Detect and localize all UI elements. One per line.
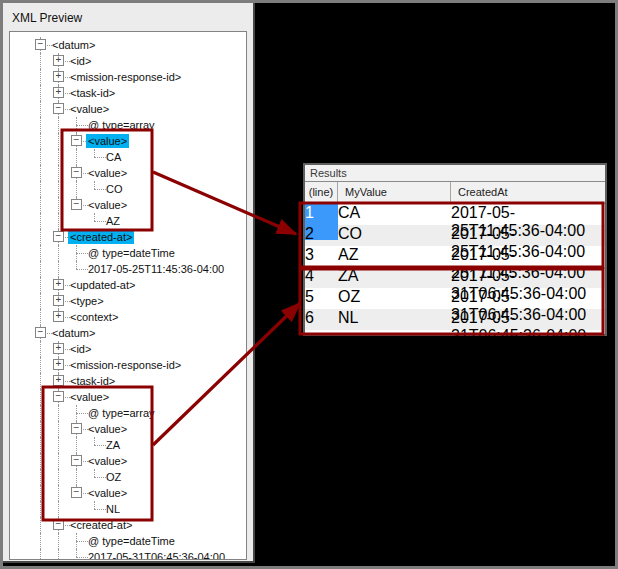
collapse-toggle-icon[interactable]: − xyxy=(35,39,46,50)
collapse-toggle-icon[interactable]: − xyxy=(35,327,46,338)
column-header-createdat[interactable]: CreatedAt xyxy=(451,182,605,203)
tree-node-label[interactable]: <value> xyxy=(86,134,129,148)
tree-row[interactable]: −<value> xyxy=(10,421,246,437)
expand-toggle-icon[interactable]: + xyxy=(53,55,64,66)
tree-row[interactable]: +<mission-response-id> xyxy=(10,357,246,373)
tree-node-label[interactable]: <context> xyxy=(68,310,120,324)
tree-row[interactable]: @ type=dateTime xyxy=(10,245,246,261)
table-row[interactable]: 3AZ2017-05-25T11:45:36-04:00 xyxy=(305,246,605,267)
tree-row[interactable]: 2017-05-25T11:45:36-04:00 xyxy=(10,261,246,277)
expand-toggle-icon[interactable]: + xyxy=(53,311,64,322)
tree-row[interactable]: ZA xyxy=(10,437,246,453)
tree-node-label[interactable]: <datum> xyxy=(50,38,97,52)
tree-row[interactable]: OZ xyxy=(10,469,246,485)
column-header-myvalue[interactable]: MyValue xyxy=(338,182,451,203)
tree-node-label[interactable]: <value> xyxy=(68,390,111,404)
expand-toggle-icon[interactable]: + xyxy=(53,359,64,370)
tree-node-label[interactable]: @ type=dateTime xyxy=(86,246,177,260)
tree-node-label[interactable]: <value> xyxy=(86,166,129,180)
tree-node-label[interactable]: <created-at> xyxy=(68,518,134,532)
tree-node-label[interactable]: @ type=dateTime xyxy=(86,534,177,548)
tree-row[interactable]: +<context> xyxy=(10,309,246,325)
tree-row[interactable]: −<value> xyxy=(10,101,246,117)
collapse-toggle-icon[interactable]: − xyxy=(71,167,82,178)
tree-node-label[interactable]: 2017-05-31T06:45:36-04:00 xyxy=(86,550,227,560)
tree-node-label[interactable]: @ type=array xyxy=(86,118,157,132)
tree-node-label[interactable]: <value> xyxy=(86,422,129,436)
tree-node-label[interactable]: <updated-at> xyxy=(68,278,137,292)
tree-node-label[interactable]: CA xyxy=(104,150,123,164)
tree-row[interactable]: @ type=array xyxy=(10,405,246,421)
column-header-line[interactable]: (line) xyxy=(305,182,338,203)
table-row[interactable]: 4ZA2017-05-31T06:45:36-04:00 xyxy=(305,267,605,288)
tree-node-label[interactable]: ZA xyxy=(104,438,122,452)
expand-toggle-icon[interactable]: + xyxy=(53,375,64,386)
collapse-toggle-icon[interactable]: − xyxy=(53,231,64,242)
tree-node-label[interactable]: <value> xyxy=(86,486,129,500)
tree-node-label[interactable]: <value> xyxy=(68,102,111,116)
tree-node-label[interactable]: <id> xyxy=(68,54,93,68)
tree-row[interactable]: −<value> xyxy=(10,453,246,469)
collapse-toggle-icon[interactable]: − xyxy=(71,199,82,210)
table-row[interactable]: 6NL2017-05-31T06:45:36-04:00 xyxy=(305,309,605,330)
expand-toggle-icon[interactable]: + xyxy=(53,279,64,290)
expand-toggle-icon[interactable]: + xyxy=(53,87,64,98)
tree-row[interactable]: +<id> xyxy=(10,53,246,69)
collapse-toggle-icon[interactable]: − xyxy=(53,391,64,402)
tree-node-label[interactable]: OZ xyxy=(104,470,123,484)
xml-tree[interactable]: −<datum>+<id>+<mission-response-id>+<tas… xyxy=(9,31,247,560)
cell-line[interactable]: 6 xyxy=(305,309,338,345)
tree-row[interactable]: −<value> xyxy=(10,197,246,213)
tree-node-label[interactable]: 2017-05-25T11:45:36-04:00 xyxy=(86,262,226,276)
tree-row[interactable]: −<value> xyxy=(10,389,246,405)
tree-node-label[interactable]: @ type=array xyxy=(86,406,157,420)
collapse-toggle-icon[interactable]: − xyxy=(53,519,64,530)
tree-node-label[interactable]: NL xyxy=(104,502,122,516)
tree-row[interactable]: +<id> xyxy=(10,341,246,357)
cell-myvalue[interactable]: NL xyxy=(338,309,451,345)
tree-row[interactable]: @ type=dateTime xyxy=(10,533,246,549)
collapse-toggle-icon[interactable]: − xyxy=(53,103,64,114)
tree-node-label[interactable]: <mission-response-id> xyxy=(68,70,183,84)
tree-node-label[interactable]: AZ xyxy=(104,214,122,228)
collapse-toggle-icon[interactable]: − xyxy=(71,423,82,434)
tree-row[interactable]: −<value> xyxy=(10,165,246,181)
tree-node-label[interactable]: <value> xyxy=(86,454,129,468)
tree-row[interactable]: −<created-at> xyxy=(10,517,246,533)
tree-node-label[interactable]: <task-id> xyxy=(68,374,117,388)
tree-row[interactable]: +<type> xyxy=(10,293,246,309)
tree-row[interactable]: CA xyxy=(10,149,246,165)
tree-node-label[interactable]: <datum> xyxy=(50,326,97,340)
tree-row[interactable]: −<datum> xyxy=(10,325,246,341)
tree-node-label[interactable]: CO xyxy=(104,182,125,196)
collapse-toggle-icon[interactable]: − xyxy=(71,455,82,466)
tree-row[interactable]: 2017-05-31T06:45:36-04:00 xyxy=(10,549,246,560)
tree-row[interactable]: +<task-id> xyxy=(10,373,246,389)
expand-toggle-icon[interactable]: + xyxy=(53,71,64,82)
tree-node-label[interactable]: <id> xyxy=(68,342,93,356)
tree-row[interactable]: −<datum> xyxy=(10,37,246,53)
tree-row[interactable]: −<created-at> xyxy=(10,229,246,245)
expand-toggle-icon[interactable]: + xyxy=(53,343,64,354)
tree-row[interactable]: +<mission-response-id> xyxy=(10,69,246,85)
collapse-toggle-icon[interactable]: − xyxy=(71,487,82,498)
tree-node-label[interactable]: <created-at> xyxy=(68,230,134,244)
tree-node-label[interactable]: <mission-response-id> xyxy=(68,358,183,372)
expand-toggle-icon[interactable]: + xyxy=(53,295,64,306)
tree-row[interactable]: AZ xyxy=(10,213,246,229)
tree-node-label[interactable]: <type> xyxy=(68,294,106,308)
tree-row[interactable]: @ type=array xyxy=(10,117,246,133)
tree-node-label[interactable]: <value> xyxy=(86,198,129,212)
cell-createdat[interactable]: 2017-05-31T06:45:36-04:00 xyxy=(451,309,605,345)
tree-row[interactable]: −<value> xyxy=(10,133,246,149)
tree-row[interactable]: +<task-id> xyxy=(10,85,246,101)
tree-row[interactable]: +<updated-at> xyxy=(10,277,246,293)
tree-row[interactable]: −<value> xyxy=(10,485,246,501)
tree-row[interactable]: CO xyxy=(10,181,246,197)
collapse-toggle-icon[interactable]: − xyxy=(71,135,82,146)
tree-node-label[interactable]: <task-id> xyxy=(68,86,117,100)
table-row[interactable]: 2CO2017-05-25T11:45:36-04:00 xyxy=(305,225,605,246)
tree-row[interactable]: NL xyxy=(10,501,246,517)
table-row[interactable]: 1CA2017-05-25T11:45:36-04:00 xyxy=(305,204,605,225)
table-row[interactable]: 5OZ2017-05-31T06:45:36-04:00 xyxy=(305,288,605,309)
